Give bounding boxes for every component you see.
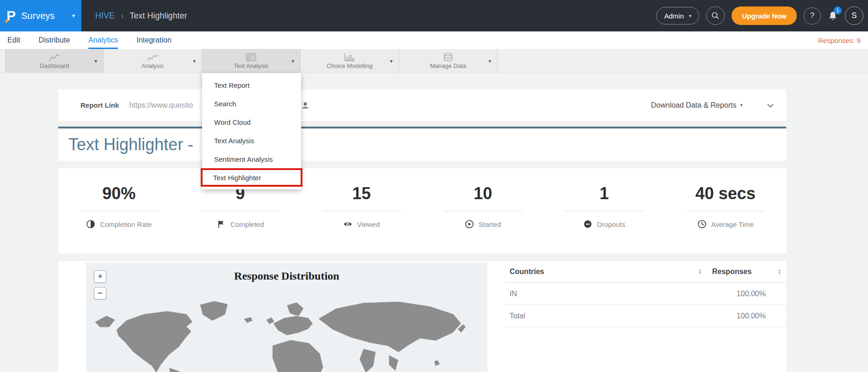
stat-value: 10	[422, 184, 543, 203]
response-map: + − Response Distribution	[86, 262, 487, 372]
clock-icon	[697, 220, 707, 229]
upgrade-now-button[interactable]: Upgrade Now	[732, 6, 797, 25]
toolbar-item-label: Choice Modelling	[326, 62, 373, 69]
breadcrumb-current-page: Text Highlighter	[129, 11, 187, 21]
countries-column-header[interactable]: Countries ▲ ▼	[510, 268, 712, 276]
tab-distribute[interactable]: Distribute	[39, 31, 70, 49]
stat-completion-rate: 90% Completion Rate	[58, 184, 179, 231]
contact-icon[interactable]	[301, 101, 309, 110]
minus-circle-icon	[583, 220, 592, 229]
menu-item-search[interactable]: Search	[202, 94, 301, 113]
menu-item-word-cloud[interactable]: Word Cloud	[202, 113, 301, 131]
stat-label: Completed	[230, 220, 264, 228]
stat-completed: 9 Completed	[179, 184, 301, 231]
product-switcher[interactable]: P Surveys ▾	[0, 0, 81, 31]
search-button[interactable]	[706, 6, 725, 25]
menu-item-text-highlighter[interactable]: Text Highlighter	[201, 168, 302, 187]
content-area: Report Link https://www.questio Download	[0, 73, 868, 372]
table-row: Total 100.00%	[505, 305, 786, 327]
stat-value: 15	[301, 184, 422, 203]
text-analysis-dropdown-menu: Text Report Search Word Cloud Text Analy…	[202, 73, 301, 189]
completion-rate-icon	[86, 220, 95, 229]
toolbar-item-manage-data[interactable]: Manage Data ▾	[399, 49, 498, 73]
analytics-toolbar: Dashboard ▾ Analysis ▾ Text Analysis ▾ C…	[0, 49, 868, 73]
notification-badge: 1	[834, 6, 842, 14]
help-label: ?	[810, 11, 814, 20]
report-link-label: Report Link	[80, 101, 119, 109]
topbar-actions: Admin ▾ Upgrade Now ? 1 S	[656, 6, 868, 25]
stat-value: 40 secs	[665, 184, 786, 203]
bar-chart-icon	[344, 53, 356, 62]
responses-column-header[interactable]: Responses ▲ ▼	[712, 268, 782, 276]
toolbar-item-label: Text Analysis	[234, 62, 268, 69]
map-zoom-in-button[interactable]: +	[94, 270, 106, 283]
divider	[322, 211, 401, 211]
responses-header-label: Responses	[712, 268, 751, 276]
stat-average-time: 40 secs Average Time	[665, 184, 786, 231]
stat-label: Started	[479, 220, 501, 228]
sort-icon[interactable]: ▲ ▼	[698, 268, 702, 275]
page-title-bar: Text Highlighter -	[58, 127, 786, 161]
world-map[interactable]	[89, 292, 481, 372]
map-zoom-out-button[interactable]: −	[94, 287, 106, 299]
toolbar-item-choice-modelling[interactable]: Choice Modelling ▾	[301, 49, 399, 73]
search-icon	[711, 12, 720, 20]
topbar: P Surveys ▾ HIVE › Text Highlighter Admi…	[0, 0, 868, 31]
play-circle-icon	[465, 220, 474, 229]
stat-started: 10 Started	[422, 184, 543, 231]
countries-table: Countries ▲ ▼ Responses ▲ ▼	[505, 261, 786, 372]
toolbar-item-label: Analysis	[142, 62, 164, 69]
toolbar-item-dashboard[interactable]: Dashboard ▾	[5, 49, 104, 73]
divider	[565, 211, 643, 211]
response-distribution-card: + − Response Distribution	[58, 261, 786, 372]
country-cell: IN	[510, 290, 517, 298]
help-button[interactable]: ?	[804, 7, 821, 24]
toolbar-item-label: Manage Data	[430, 62, 466, 69]
responses-cell: 100.00%	[737, 290, 766, 298]
report-link-bar: Report Link https://www.questio Download	[58, 89, 786, 121]
admin-label: Admin	[664, 12, 684, 20]
download-data-reports-button[interactable]: Download Data & Reports ▾	[651, 101, 743, 110]
stat-label: Average Time	[711, 220, 754, 228]
user-avatar[interactable]: S	[845, 6, 863, 25]
stat-viewed: 15 Viewed	[301, 184, 422, 231]
survey-nav: Edit Distribute Analytics Integration Re…	[0, 31, 868, 49]
admin-menu-button[interactable]: Admin ▾	[656, 7, 699, 24]
chevron-down-icon: ▾	[94, 58, 97, 64]
breadcrumb-separator-icon: ›	[121, 11, 123, 21]
eye-icon	[343, 220, 352, 229]
download-label: Download Data & Reports	[651, 101, 736, 110]
menu-item-text-analysis[interactable]: Text Analysis	[202, 131, 301, 150]
divider	[686, 211, 765, 211]
countries-header-label: Countries	[510, 268, 544, 276]
responses-count: Responses: 9	[818, 37, 861, 44]
tab-edit[interactable]: Edit	[7, 31, 20, 49]
toolbar-item-label: Dashboard	[40, 62, 69, 69]
chevron-down-icon: ▾	[291, 58, 294, 64]
product-name: Surveys	[21, 11, 72, 21]
sort-icon[interactable]: ▲ ▼	[777, 268, 782, 275]
stat-label: Viewed	[357, 220, 380, 228]
toolbar-item-text-analysis[interactable]: Text Analysis ▾	[202, 49, 301, 73]
toolbar-item-analysis[interactable]: Analysis ▾	[104, 49, 202, 73]
flag-icon	[216, 220, 226, 229]
chevron-down-icon: ▾	[740, 102, 743, 108]
tab-analytics[interactable]: Analytics	[88, 31, 118, 49]
table-row: IN 100.00%	[505, 283, 786, 305]
notifications-button[interactable]: 1	[828, 10, 838, 22]
chevron-down-icon: ▾	[72, 12, 75, 19]
chevron-down-icon: ▾	[689, 13, 692, 19]
collapse-chevron-icon[interactable]	[766, 101, 775, 110]
divider	[201, 211, 279, 211]
page-title: Text Highlighter -	[68, 135, 193, 154]
sort-desc-icon: ▼	[698, 272, 702, 275]
menu-item-sentiment-analysis[interactable]: Sentiment Analysis	[202, 150, 301, 168]
menu-item-text-report[interactable]: Text Report	[202, 76, 301, 94]
tab-integration[interactable]: Integration	[136, 31, 172, 49]
breadcrumb-survey[interactable]: HIVE	[95, 11, 115, 21]
text-report-icon	[245, 53, 257, 62]
analysis-chart-icon	[147, 53, 159, 62]
stat-label: Completion Rate	[100, 220, 152, 228]
chevron-down-icon: ▾	[488, 58, 491, 64]
breadcrumb: HIVE › Text Highlighter	[95, 11, 187, 21]
